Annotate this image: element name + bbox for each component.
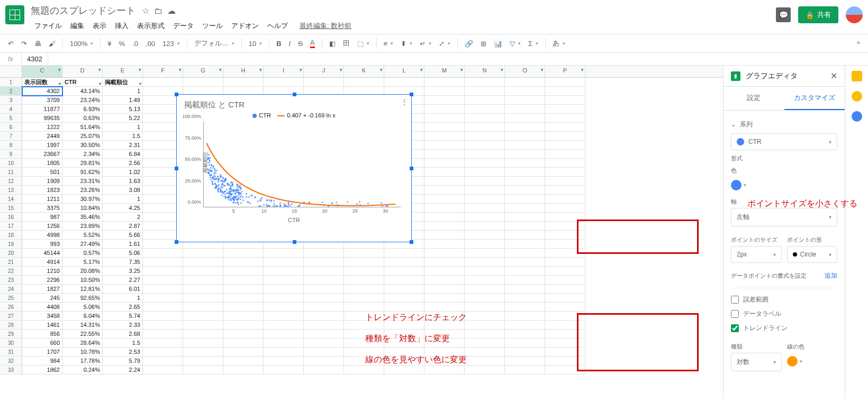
resize-handle[interactable] [175,93,178,96]
cell[interactable]: 0.63% [62,114,103,123]
cell[interactable] [424,249,465,258]
cell[interactable] [424,267,465,276]
cell[interactable]: 5.74 [103,312,143,321]
cell[interactable] [344,258,384,267]
cell[interactable] [505,168,545,177]
column-header[interactable]: K▾ [344,66,384,77]
cell[interactable] [264,294,304,303]
cell[interactable]: 30.50% [62,141,103,150]
cell[interactable] [545,330,585,339]
cell[interactable]: 5.17% [62,258,103,267]
row-header[interactable]: 23 [0,276,22,285]
cell[interactable]: 4302 [22,87,62,96]
cell[interactable] [143,321,183,330]
star-icon[interactable]: ☆ [142,6,149,15]
cell[interactable] [424,132,465,141]
cell[interactable] [465,105,505,114]
cell[interactable]: 2.65 [103,303,143,312]
column-header[interactable]: D▾ [62,66,103,77]
cell[interactable] [304,285,344,294]
cell[interactable] [223,321,264,330]
cell[interactable] [223,78,264,87]
cell[interactable]: 30.97% [62,195,103,204]
cell[interactable] [465,114,505,123]
font-select[interactable]: デフォル… [192,36,237,50]
cell[interactable] [505,249,545,258]
cell[interactable] [143,348,183,357]
cell[interactable]: 2.56 [103,159,143,168]
cell[interactable] [465,96,505,105]
add-datapoint-button[interactable]: 追加 [825,271,837,280]
cell[interactable] [143,357,183,366]
cell[interactable] [183,312,223,321]
cell[interactable] [344,303,384,312]
cell[interactable]: 17.78% [62,357,103,366]
cell[interactable] [545,339,585,348]
print-button[interactable]: 🖶 [32,38,44,50]
cell[interactable]: 91.62% [62,168,103,177]
column-header[interactable]: J▾ [304,66,344,77]
currency-button[interactable]: ¥ [105,38,114,50]
cell[interactable]: 4408 [22,303,62,312]
cell[interactable] [505,339,545,348]
resize-handle[interactable] [410,167,413,170]
cell[interactable]: 1211 [22,195,62,204]
cell[interactable]: 5.22 [103,114,143,123]
cell[interactable] [143,276,183,285]
cell[interactable] [465,285,505,294]
cell[interactable] [424,159,465,168]
cell[interactable] [424,204,465,213]
spreadsheet-grid[interactable]: C▾D▾E▾F▾G▾H▾I▾J▾K▾L▾M▾N▾O▾P▾ 1表示回数▾CTR▾掲… [0,66,723,399]
cell[interactable]: 2 [103,213,143,222]
cell[interactable] [505,366,545,374]
row-header[interactable]: 14 [0,195,22,204]
bold-button[interactable]: B [274,38,284,50]
cell[interactable] [545,195,585,204]
cell[interactable] [424,276,465,285]
cell[interactable] [545,231,585,240]
row-header[interactable]: 17 [0,222,22,231]
cell[interactable] [304,258,344,267]
cell[interactable] [304,303,344,312]
cell[interactable] [223,312,264,321]
cell[interactable] [384,267,424,276]
cell[interactable] [264,357,304,366]
cell[interactable]: 245 [22,294,62,303]
wrap-button[interactable]: ↵ [417,38,434,50]
cell[interactable]: 1461 [22,321,62,330]
header-cell[interactable]: 掲載順位▾ [103,78,143,87]
italic-button[interactable]: I [286,38,294,50]
cell[interactable] [183,357,223,366]
cell[interactable] [143,366,183,374]
trend-type-select[interactable]: 対数▾ [731,353,782,371]
cell[interactable]: 501 [22,168,62,177]
select-all-corner[interactable] [0,66,22,77]
cell[interactable]: 1 [103,123,143,132]
row-header[interactable]: 21 [0,258,22,267]
cell[interactable] [344,366,384,374]
cell[interactable] [465,168,505,177]
row-header[interactable]: 22 [0,267,22,276]
cell[interactable]: 4998 [22,231,62,240]
cell[interactable] [465,249,505,258]
cell[interactable] [223,276,264,285]
column-header[interactable]: O▾ [505,66,545,77]
cell[interactable]: 2.87 [103,222,143,231]
cell[interactable]: 1.02 [103,168,143,177]
cell[interactable]: 7.35 [103,258,143,267]
column-header[interactable]: I▾ [264,66,304,77]
paint-format-button[interactable]: 🖌 [46,38,58,50]
menu-addons[interactable]: アドオン [228,19,263,33]
cell[interactable]: 29.81% [62,159,103,168]
cell[interactable]: 22.55% [62,330,103,339]
cell[interactable] [465,123,505,132]
cell[interactable]: 2.24 [103,366,143,374]
cell[interactable] [424,87,465,96]
cell[interactable]: 5.52% [62,231,103,240]
cell[interactable]: 6.84 [103,150,143,159]
percent-button[interactable]: % [116,38,128,50]
cell[interactable] [505,285,545,294]
rotate-button[interactable]: ⤢ [436,38,453,50]
cell[interactable] [545,258,585,267]
row-header[interactable]: 33 [0,366,22,374]
